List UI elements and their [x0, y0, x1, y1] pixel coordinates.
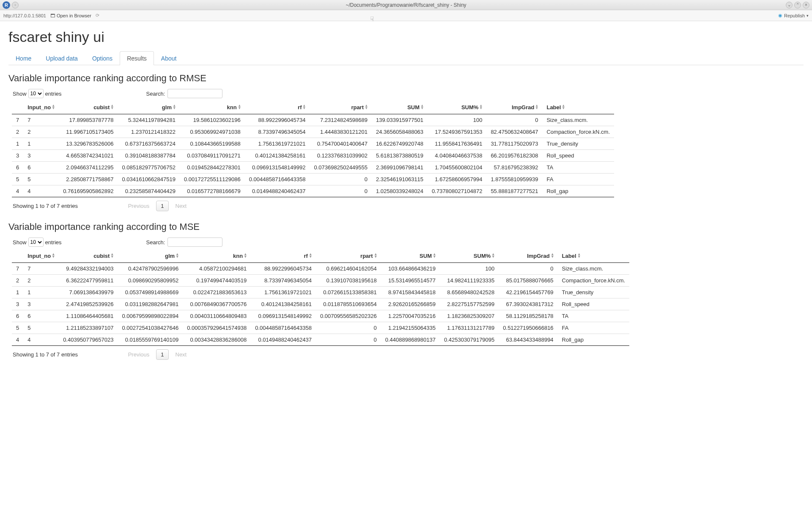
table-cell: 0.0969131548149992 — [245, 162, 310, 174]
table-cell: 0 — [499, 263, 557, 275]
table-cell: 1 — [12, 138, 23, 150]
tab-options[interactable]: Options — [85, 51, 120, 65]
next-button[interactable]: Next — [171, 350, 191, 359]
column-header[interactable] — [12, 249, 23, 263]
table-cell: 4 — [23, 185, 59, 197]
table-cell: 4 — [12, 185, 23, 197]
chevron-down-icon: ▾ — [807, 14, 809, 18]
column-header[interactable]: rpart▴▾ — [316, 249, 381, 263]
table-cell: 0.232585874404429 — [118, 185, 180, 197]
column-header[interactable]: ImpGrad▴▾ — [499, 249, 557, 263]
table-cell: 11.9967105173405 — [59, 126, 118, 138]
search-label: Search: — [146, 91, 165, 97]
column-header[interactable]: Input_no▴▾ — [23, 249, 59, 263]
page-1-button[interactable]: 1 — [156, 201, 168, 211]
table-cell: 63.8443433488994 — [499, 334, 557, 346]
tab-home[interactable]: Home — [8, 51, 38, 65]
republish-button[interactable]: ◉ Republish ▾ — [778, 13, 809, 18]
table-row: 779.492843321940030.4247879025969964.058… — [12, 263, 629, 275]
table-cell: 0.754700401400647 — [310, 138, 372, 150]
column-header[interactable] — [12, 101, 23, 114]
column-header[interactable]: SUM%▴▾ — [428, 101, 486, 114]
table-cell: 1.2370121418322 — [118, 126, 180, 138]
table-cell: 0.425303079179095 — [440, 334, 499, 346]
column-header[interactable]: SUM▴▾ — [381, 249, 440, 263]
column-header[interactable]: SUM▴▾ — [372, 101, 428, 114]
column-header[interactable]: cubist▴▾ — [59, 249, 118, 263]
prev-button[interactable]: Previous — [124, 201, 154, 211]
tab-about[interactable]: About — [154, 51, 184, 65]
minimize-icon[interactable]: ⌄ — [786, 2, 793, 8]
table-cell: 0.00679599898022894 — [118, 310, 183, 322]
table-cell: 1.75613619721021 — [245, 138, 310, 150]
table-cell: 0.098690295809952 — [118, 275, 183, 287]
search-input[interactable] — [167, 237, 222, 247]
refresh-icon[interactable]: ⟳ — [96, 13, 99, 18]
table-cell: 0.953069924971038 — [180, 126, 245, 138]
section-title-mse: Variable importance ranking according to… — [8, 221, 804, 232]
back-icon[interactable]: ◦ — [12, 2, 19, 8]
entries-select[interactable]: 10 — [28, 89, 44, 98]
column-header[interactable]: Label▴▾ — [542, 101, 614, 114]
table-cell: 0.403950779657023 — [59, 334, 118, 346]
table-row: 1113.32967835260060.6737163756637240.108… — [12, 138, 614, 150]
table-cell: 1.21942155064335 — [381, 322, 440, 334]
column-header[interactable]: knn▴▾ — [183, 249, 251, 263]
section-title-rmse: Variable importance ranking according to… — [8, 73, 804, 84]
table-cell: 1.75613619721021 — [251, 287, 316, 298]
table-cell: 0.440889868980137 — [381, 334, 440, 346]
table-cell: True_density — [542, 138, 614, 150]
nav-tabs: HomeUpload dataOptionsResultsAbout — [8, 51, 804, 65]
column-header[interactable]: cubist▴▾ — [59, 101, 118, 114]
url-text: http://127.0.0.1:5801 — [3, 13, 46, 18]
table-cell: 0.0224721883653613 — [183, 287, 251, 298]
column-header[interactable]: Input_no▴▾ — [23, 101, 59, 114]
maximize-icon[interactable]: ⌃ — [794, 2, 801, 8]
column-header[interactable]: glm▴▾ — [118, 101, 180, 114]
table-cell: 0.424787902596996 — [118, 263, 183, 275]
tab-results[interactable]: Results — [120, 51, 154, 65]
column-header[interactable]: SUM%▴▾ — [440, 249, 499, 263]
table-cell: 1.18236825309207 — [440, 310, 499, 322]
table-cell: 66.2019576182308 — [486, 150, 542, 162]
open-in-browser-label: Open in Browser — [57, 13, 91, 18]
close-icon[interactable]: × — [803, 2, 809, 8]
table-cell: 16.6226749920748 — [372, 138, 428, 150]
page-1-button[interactable]: 1 — [156, 349, 168, 360]
table-cell: 0.0165772788166679 — [180, 185, 245, 197]
table-cell: 7 — [23, 114, 59, 126]
table-cell: 19.5861023602196 — [180, 114, 245, 126]
next-button[interactable]: Next — [171, 201, 191, 211]
table-cell: True_density — [558, 287, 630, 298]
search-input[interactable] — [167, 89, 222, 98]
column-header[interactable]: Label▴▾ — [558, 249, 630, 263]
column-header[interactable]: ImpGrad▴▾ — [486, 101, 542, 114]
table-cell: 0.737808027104872 — [428, 185, 486, 197]
table-cell: 0.391048188387784 — [118, 150, 180, 162]
table-cell: 0.0969131548149992 — [251, 310, 316, 322]
table-cell: 0.673716375663724 — [118, 138, 180, 150]
column-header[interactable]: rpart▴▾ — [310, 101, 372, 114]
column-header[interactable]: glm▴▾ — [118, 249, 183, 263]
column-header[interactable]: knn▴▾ — [180, 101, 245, 114]
table-cell: 4 — [12, 334, 23, 346]
table-cell: 0.0537498914988669 — [118, 287, 183, 298]
prev-button[interactable]: Previous — [124, 350, 154, 359]
table-cell: 85.0175888076665 — [499, 275, 557, 287]
table-cell: Roll_speed — [542, 150, 614, 162]
table-cell: 5.32441197894281 — [118, 114, 180, 126]
table-cell: 0.0370849117091271 — [180, 150, 245, 162]
publish-icon: ◉ — [778, 13, 782, 18]
table-cell: 0.00768490367700576 — [183, 298, 251, 310]
table-cell: 1.02580339248024 — [372, 185, 428, 197]
entries-select[interactable]: 10 — [28, 237, 44, 247]
column-header[interactable]: rf▴▾ — [245, 101, 310, 114]
republish-label: Republish — [784, 13, 805, 18]
column-header[interactable]: rf▴▾ — [251, 249, 316, 263]
table-row: 552.285087717588670.03416106628475190.00… — [12, 174, 614, 185]
tab-upload-data[interactable]: Upload data — [38, 51, 85, 65]
table-cell: 3 — [12, 298, 23, 310]
pagination-rmse: Previous 1 Next — [124, 201, 191, 211]
open-in-browser-button[interactable]: 🗔 Open in Browser — [50, 13, 91, 18]
table-cell: 57.816795238392 — [486, 162, 542, 174]
